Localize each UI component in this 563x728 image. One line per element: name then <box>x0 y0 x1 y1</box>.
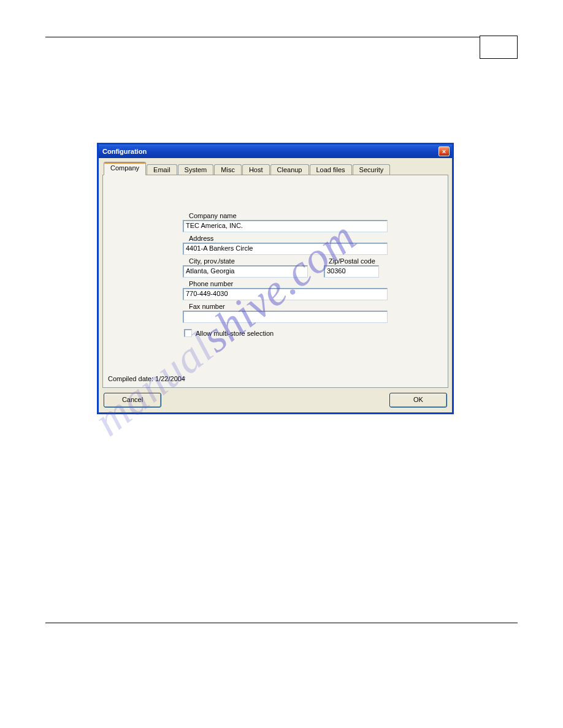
phone-field[interactable]: 770-449-4030 <box>183 288 388 300</box>
zip-label: Zip/Postal code <box>329 257 379 265</box>
tab-label: Company <box>110 164 139 172</box>
company-form: Company name TEC America, INC. Address 4… <box>183 210 391 337</box>
tab-label: Load files <box>316 166 345 173</box>
dialog-button-row: Cancel OK <box>102 393 448 408</box>
ok-button-label: OK <box>413 396 423 403</box>
company-name-label: Company name <box>189 212 391 219</box>
city-field[interactable]: Atlanta, Georgia <box>183 265 308 278</box>
tab-label: Cleanup <box>277 166 302 173</box>
compiled-date-text: Compiled date: 1/22/2004 <box>108 375 185 382</box>
fax-field[interactable] <box>183 311 388 323</box>
cancel-button[interactable]: Cancel <box>104 393 161 408</box>
multi-store-checkbox-label: Allow multi-store selection <box>196 330 274 337</box>
tab-company[interactable]: Company <box>104 162 146 175</box>
phone-label: Phone number <box>189 280 391 287</box>
tab-panel-company: Company name TEC America, INC. Address 4… <box>102 175 448 388</box>
page-number-box <box>480 36 518 59</box>
zip-field[interactable]: 30360 <box>324 265 379 278</box>
configuration-window: Configuration × Company Email System Mis… <box>97 143 454 414</box>
tab-strip: Company Email System Misc Host Cleanup L… <box>102 162 448 175</box>
fax-label: Fax number <box>189 303 391 310</box>
cancel-button-label: Cancel <box>122 396 143 403</box>
city-label: City, prov./state <box>189 257 308 265</box>
close-icon[interactable]: × <box>439 146 450 156</box>
screenshot-wrapper: Configuration × Company Email System Mis… <box>97 143 454 414</box>
tab-label: Host <box>249 166 263 173</box>
address-field[interactable]: 4401-A Bankers Circle <box>183 243 388 255</box>
document-page: Configuration × Company Email System Mis… <box>0 0 563 667</box>
close-x-icon: × <box>442 148 446 155</box>
window-title: Configuration <box>102 148 439 155</box>
tab-label: Misc <box>221 166 235 173</box>
company-name-field[interactable]: TEC America, INC. <box>183 220 388 232</box>
multi-store-checkbox-row[interactable]: Allow multi-store selection <box>184 329 391 337</box>
header-rule <box>45 37 480 37</box>
ok-button[interactable]: OK <box>389 393 447 408</box>
multi-store-checkbox[interactable] <box>184 329 192 337</box>
title-bar[interactable]: Configuration × <box>99 145 452 158</box>
footer-rule <box>45 623 518 623</box>
tab-label: System <box>185 166 207 173</box>
tab-label: Security <box>359 166 384 173</box>
window-client-area: Company Email System Misc Host Cleanup L… <box>99 158 452 412</box>
address-label: Address <box>189 235 391 242</box>
tab-label: Email <box>153 166 170 173</box>
